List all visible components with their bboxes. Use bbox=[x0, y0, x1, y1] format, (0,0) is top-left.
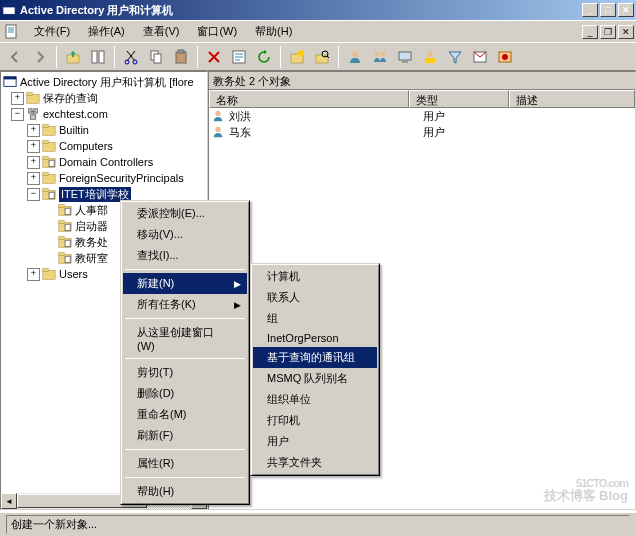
svg-rect-58 bbox=[43, 271, 55, 280]
column-headers: 名称 类型 描述 bbox=[209, 90, 635, 108]
ctx-new-window[interactable]: 从这里创建窗口(W) bbox=[123, 322, 247, 355]
title-bar: Active Directory 用户和计算机 _ □ ✕ bbox=[0, 0, 636, 20]
svg-rect-37 bbox=[43, 141, 48, 144]
maximize-button[interactable]: □ bbox=[600, 3, 616, 17]
new-user-button[interactable] bbox=[344, 46, 366, 68]
svg-rect-5 bbox=[99, 51, 104, 63]
svg-rect-40 bbox=[49, 160, 54, 166]
submenu-arrow-icon: ▶ bbox=[234, 300, 241, 310]
app-icon bbox=[2, 3, 16, 17]
tree-builtin[interactable]: +Builtin bbox=[3, 122, 205, 138]
svg-rect-9 bbox=[154, 54, 161, 63]
copy-button[interactable] bbox=[145, 46, 167, 68]
show-hide-button[interactable] bbox=[87, 46, 109, 68]
tree-dc[interactable]: +Domain Controllers bbox=[3, 154, 205, 170]
separator bbox=[56, 46, 57, 68]
svg-rect-44 bbox=[43, 189, 48, 192]
svg-rect-34 bbox=[43, 127, 55, 136]
svg-point-17 bbox=[352, 51, 358, 57]
paste-button[interactable] bbox=[170, 46, 192, 68]
mdi-close-button[interactable]: ✕ bbox=[618, 25, 634, 39]
delete-button[interactable] bbox=[203, 46, 225, 68]
minimize-button[interactable]: _ bbox=[582, 3, 598, 17]
new-computer-button[interactable] bbox=[394, 46, 416, 68]
ctx-move[interactable]: 移动(V)... bbox=[123, 224, 247, 245]
ctx-cut[interactable]: 剪切(T) bbox=[123, 362, 247, 383]
ctx-new-ou[interactable]: 组织单位 bbox=[253, 389, 377, 410]
ctx-refresh[interactable]: 刷新(F) bbox=[123, 425, 247, 446]
mdi-restore-button[interactable]: ❐ bbox=[600, 25, 616, 39]
svg-point-61 bbox=[215, 127, 220, 132]
refresh-button[interactable] bbox=[253, 46, 275, 68]
ctx-new-computer[interactable]: 计算机 bbox=[253, 266, 377, 287]
up-button[interactable] bbox=[62, 46, 84, 68]
ctx-new-query-group[interactable]: 基于查询的通讯组 bbox=[253, 347, 377, 368]
tree-domain[interactable]: −exchtest.com bbox=[3, 106, 205, 122]
back-button[interactable] bbox=[4, 46, 26, 68]
tree-saved-queries[interactable]: +保存的查询 bbox=[3, 90, 205, 106]
icon-button-2[interactable] bbox=[494, 46, 516, 68]
svg-rect-56 bbox=[59, 253, 64, 256]
svg-rect-33 bbox=[30, 115, 35, 119]
separator bbox=[125, 269, 245, 270]
menu-window[interactable]: 窗口(W) bbox=[189, 21, 245, 42]
svg-rect-51 bbox=[65, 224, 70, 230]
ctx-new-share[interactable]: 共享文件夹 bbox=[253, 452, 377, 473]
svg-rect-48 bbox=[65, 208, 70, 214]
col-header-desc[interactable]: 描述 bbox=[509, 90, 635, 108]
ctx-new-contact[interactable]: 联系人 bbox=[253, 287, 377, 308]
list-item[interactable]: 马东 用户 bbox=[209, 124, 635, 140]
submenu-arrow-icon: ▶ bbox=[234, 279, 241, 289]
mdi-minimize-button[interactable]: _ bbox=[582, 25, 598, 39]
tree-fsp[interactable]: +ForeignSecurityPrincipals bbox=[3, 170, 205, 186]
menu-view[interactable]: 查看(V) bbox=[135, 21, 188, 42]
new-contact-button[interactable] bbox=[419, 46, 441, 68]
list-item[interactable]: 刘洪 用户 bbox=[209, 108, 635, 124]
separator bbox=[125, 318, 245, 319]
filter-button[interactable] bbox=[444, 46, 466, 68]
doc-icon bbox=[4, 24, 20, 40]
ctx-help[interactable]: 帮助(H) bbox=[123, 481, 247, 502]
menu-action[interactable]: 操作(A) bbox=[80, 21, 133, 42]
icon-button-1[interactable] bbox=[469, 46, 491, 68]
menu-file[interactable]: 文件(F) bbox=[26, 21, 78, 42]
ctx-delete[interactable]: 删除(D) bbox=[123, 383, 247, 404]
ctx-new-user[interactable]: 用户 bbox=[253, 431, 377, 452]
col-header-type[interactable]: 类型 bbox=[409, 90, 509, 108]
ctx-rename[interactable]: 重命名(M) bbox=[123, 404, 247, 425]
ctx-new-inetorg[interactable]: InetOrgPerson bbox=[253, 329, 377, 347]
svg-rect-35 bbox=[43, 125, 48, 128]
ctx-new-printer[interactable]: 打印机 bbox=[253, 410, 377, 431]
find-button[interactable] bbox=[311, 46, 333, 68]
separator bbox=[125, 449, 245, 450]
context-menu: 委派控制(E)... 移动(V)... 查找(I)... 新建(N)▶ 所有任务… bbox=[120, 200, 250, 505]
window-title: Active Directory 用户和计算机 bbox=[20, 3, 582, 18]
close-button[interactable]: ✕ bbox=[618, 3, 634, 17]
ctx-all-tasks[interactable]: 所有任务(K)▶ bbox=[123, 294, 247, 315]
svg-rect-42 bbox=[43, 173, 48, 176]
separator bbox=[280, 46, 281, 68]
svg-rect-50 bbox=[59, 221, 64, 224]
new-ou-button[interactable] bbox=[286, 46, 308, 68]
scroll-left-button[interactable]: ◄ bbox=[1, 493, 17, 509]
toolbar bbox=[0, 42, 636, 70]
ctx-properties[interactable]: 属性(R) bbox=[123, 453, 247, 474]
forward-button[interactable] bbox=[29, 46, 51, 68]
ctx-find[interactable]: 查找(I)... bbox=[123, 245, 247, 266]
svg-point-60 bbox=[215, 111, 220, 116]
status-bar: 创建一个新对象... bbox=[0, 512, 636, 536]
separator bbox=[125, 358, 245, 359]
ctx-delegate[interactable]: 委派控制(E)... bbox=[123, 203, 247, 224]
svg-rect-21 bbox=[402, 61, 408, 63]
new-group-button[interactable] bbox=[369, 46, 391, 68]
cut-button[interactable] bbox=[120, 46, 142, 68]
tree-computers[interactable]: +Computers bbox=[3, 138, 205, 154]
ctx-new[interactable]: 新建(N)▶ bbox=[123, 273, 247, 294]
tree-root[interactable]: Active Directory 用户和计算机 [flore bbox=[3, 74, 205, 90]
ctx-new-group[interactable]: 组 bbox=[253, 308, 377, 329]
ctx-new-msmq[interactable]: MSMQ 队列别名 bbox=[253, 368, 377, 389]
col-header-name[interactable]: 名称 bbox=[209, 90, 409, 108]
svg-point-22 bbox=[427, 51, 433, 57]
properties-button[interactable] bbox=[228, 46, 250, 68]
menu-help[interactable]: 帮助(H) bbox=[247, 21, 300, 42]
